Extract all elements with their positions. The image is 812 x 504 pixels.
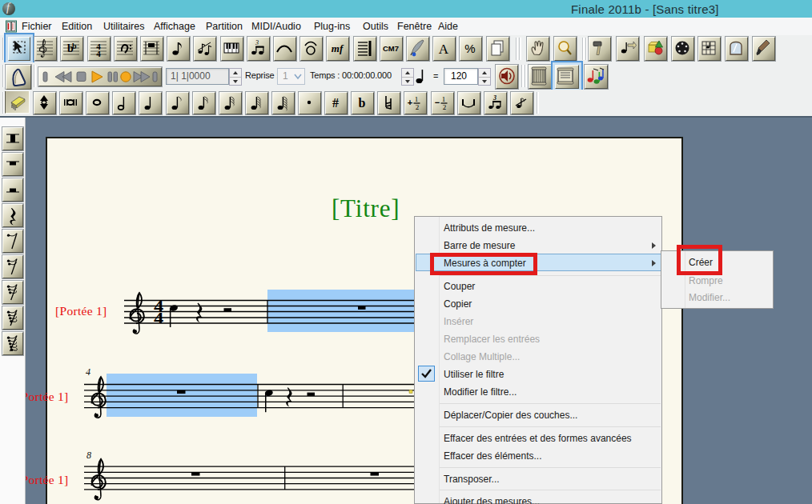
svg-text:CM7: CM7: [383, 44, 399, 53]
svg-text:2: 2: [416, 103, 420, 111]
svg-text:A: A: [439, 42, 449, 57]
svg-text:3: 3: [255, 39, 259, 46]
svg-text:b: b: [72, 42, 77, 50]
svg-text:+: +: [408, 98, 412, 107]
svg-text:%: %: [465, 42, 476, 55]
svg-text:1: 1: [415, 95, 419, 103]
svg-text:1: 1: [441, 95, 445, 103]
svg-text:2: 2: [442, 103, 446, 111]
svg-text:−: −: [434, 98, 439, 107]
svg-text:#: #: [332, 96, 339, 110]
svg-text:4: 4: [96, 48, 101, 58]
svg-text:3: 3: [492, 94, 496, 102]
svg-text:mf: mf: [332, 42, 344, 54]
svg-text:b: b: [359, 96, 366, 110]
